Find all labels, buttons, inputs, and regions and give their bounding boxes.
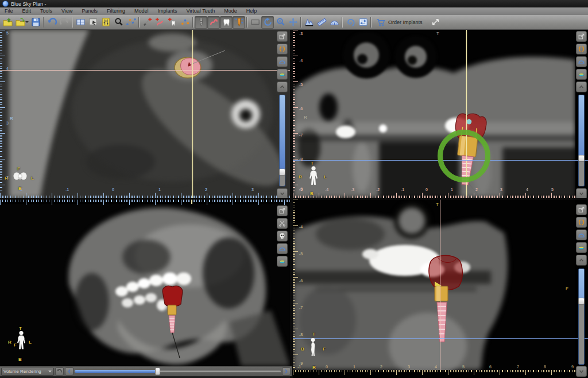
menu-file[interactable]: File (0, 7, 18, 15)
brackets-icon (578, 219, 585, 226)
filtering-button[interactable] (99, 16, 112, 29)
add-measurement-button[interactable] (141, 16, 153, 29)
menu-model[interactable]: Model (130, 7, 153, 15)
panoramic-icon (578, 58, 585, 65)
undo-button[interactable] (45, 16, 58, 29)
menu-help[interactable]: Help (242, 7, 262, 15)
axial-ct-image[interactable] (0, 30, 290, 198)
sagittal-crosshair-horizontal[interactable] (293, 338, 588, 339)
settings-panel-button[interactable] (357, 16, 369, 29)
open-button[interactable] (14, 16, 26, 29)
measure-angle-button[interactable] (328, 16, 341, 29)
rotate-view-button[interactable] (261, 16, 274, 29)
menu-view[interactable]: View (57, 7, 77, 15)
detach-view-button[interactable] (277, 31, 288, 42)
pan-button[interactable] (287, 16, 299, 29)
viewport-divider-vertical[interactable] (290, 30, 293, 378)
axial-crosshair-vertical[interactable] (192, 30, 193, 198)
viewport-axial[interactable]: 5432 -2-10123 R FRLB (0, 30, 290, 198)
panoramic-view-button[interactable] (277, 56, 288, 67)
redo-button[interactable] (58, 16, 71, 29)
coronal-ct-image[interactable] (293, 30, 575, 198)
axial-crosshair-horizontal[interactable] (0, 70, 290, 71)
add-nerve-button[interactable] (153, 16, 166, 29)
implant-library-button[interactable] (233, 16, 245, 29)
disc-3d-icon (278, 258, 286, 265)
scrollbar-handle[interactable] (279, 169, 285, 176)
step-back-button[interactable] (65, 367, 74, 376)
ruler-label: 8 (544, 365, 546, 369)
disc-3d-icon (578, 71, 585, 78)
zoom-button[interactable] (274, 16, 287, 29)
panel-view-button[interactable] (87, 16, 99, 29)
scroll-down-button[interactable] (576, 366, 587, 377)
scroll-up-button[interactable] (576, 81, 587, 92)
viewport-3d-volume[interactable]: TRFLB Volume Rendering (0, 200, 292, 378)
menu-panels[interactable]: Panels (77, 7, 102, 15)
density-profile-button[interactable] (303, 16, 315, 29)
scroll-up-button[interactable] (277, 81, 288, 92)
menu-virtual-teeth[interactable]: Virtual Teeth (181, 7, 219, 15)
slice-range-button[interactable] (277, 44, 288, 54)
measure-length-button[interactable] (315, 16, 328, 29)
slice-range-button[interactable] (576, 44, 587, 54)
detach-view-button[interactable] (576, 204, 587, 215)
slice-range-button[interactable] (576, 217, 587, 228)
view-3d-button[interactable] (277, 69, 288, 80)
view-3d-button[interactable] (576, 242, 587, 253)
coronal-slice-scrollbar[interactable] (578, 95, 585, 186)
volume-rendering-image[interactable] (0, 204, 292, 366)
ruler-label: 1 (158, 188, 161, 192)
menu-implants[interactable]: Implants (153, 7, 181, 15)
scroll-down-button[interactable] (576, 188, 587, 198)
nerve-tool-button[interactable] (207, 16, 220, 29)
menu-tools[interactable]: Tools (36, 7, 57, 15)
sagittal-slice-scrollbar[interactable] (578, 268, 585, 365)
sagittal-ct-image[interactable] (293, 200, 575, 370)
panoramic-view-button[interactable] (576, 229, 587, 240)
ruler-label: -3 (299, 32, 303, 36)
rendering-mode-select[interactable]: Volume Rendering (1, 368, 54, 376)
save-button[interactable] (29, 16, 42, 29)
brightness-contrast-button[interactable] (249, 16, 261, 29)
search-button[interactable] (112, 16, 125, 29)
scrollbar-handle[interactable] (578, 155, 585, 162)
cut-volume-button[interactable] (277, 218, 288, 229)
reset-view-button[interactable] (55, 367, 64, 376)
import-button[interactable] (1, 16, 14, 29)
ruler-label: 4 (435, 365, 437, 369)
panoramic-icon (278, 245, 286, 252)
view-3d-button[interactable] (277, 256, 288, 267)
volume-threshold-slider[interactable] (75, 367, 281, 376)
implant-tool-button[interactable] (195, 16, 207, 29)
panoramic-view-button[interactable] (277, 243, 288, 254)
step-forward-button[interactable] (282, 367, 291, 376)
order-implants-button[interactable]: Order Implants (373, 16, 426, 29)
add-points-button[interactable] (179, 16, 191, 29)
detach-view-button[interactable] (576, 31, 587, 42)
tooth-tool-button[interactable] (220, 16, 233, 29)
axial-slice-scrollbar[interactable] (279, 95, 285, 186)
menu-mode[interactable]: Mode (219, 7, 242, 15)
scroll-down-button[interactable] (277, 188, 288, 198)
chevron-down-icon (48, 371, 52, 374)
add-tooth-button[interactable] (166, 16, 179, 29)
menu-edit[interactable]: Edit (18, 7, 36, 15)
panoramic-view-button[interactable] (576, 56, 587, 67)
scrollbar-handle[interactable] (578, 298, 585, 305)
fullscreen-button[interactable] (430, 16, 442, 29)
viewport-coronal[interactable]: -3-4-5-6-7-8-9 -5-4-3-2-1012345 TR TRLB (293, 30, 588, 198)
chevron-down-icon (278, 190, 286, 197)
viewport-sagittal[interactable]: -4-5-6-7-8-9 -10123456789 TF TBFR (293, 200, 588, 378)
sagittal-crosshair-vertical[interactable] (440, 200, 440, 370)
curve-spline-button[interactable] (125, 16, 137, 29)
detach-view-button[interactable] (277, 205, 288, 216)
slider-handle[interactable] (155, 368, 160, 375)
viewport-divider-horizontal[interactable] (0, 198, 588, 200)
scroll-up-button[interactable] (576, 255, 587, 266)
bone-view-button[interactable] (277, 231, 288, 241)
layout-grid-button[interactable] (74, 16, 87, 29)
menu-filtering[interactable]: Filtering (102, 7, 130, 15)
view-3d-button[interactable] (576, 69, 587, 80)
panoramic-curve-button[interactable] (344, 16, 357, 29)
